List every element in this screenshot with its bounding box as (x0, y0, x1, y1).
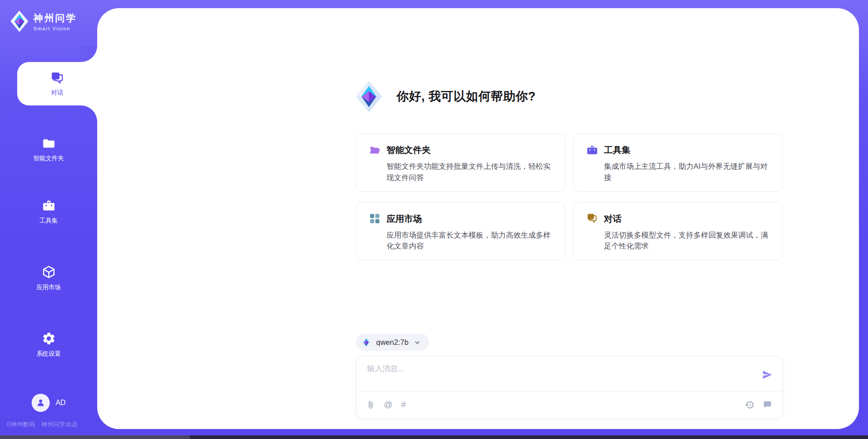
sidebar-item-settings[interactable]: 系统设置 (0, 331, 97, 358)
folder-icon (42, 137, 56, 150)
brand-header: 神州问学 Smart Vision (10, 10, 77, 33)
chat-icon (50, 71, 65, 86)
message-input[interactable] (367, 363, 742, 387)
message-composer: @ # (356, 356, 783, 419)
cube-icon (42, 265, 56, 279)
at-icon[interactable]: @ (384, 400, 392, 410)
main-panel: 你好, 我可以如何帮助你? 智能文件夹 智能文件夹功能支持批量文件上传与清洗，轻… (97, 8, 859, 429)
model-selector[interactable]: qwen2:7b (356, 334, 429, 351)
card-description: 智能文件夹功能支持批量文件上传与清洗，轻松实现文件问答 (387, 161, 554, 183)
card-head: 对话 (586, 213, 771, 225)
composer-toolbar: @ # (356, 391, 782, 419)
chevron-down-icon (414, 339, 421, 346)
history-icon (745, 400, 754, 410)
card-description: 集成市场上主流工具，助力AI与外界无缝扩展与对接 (604, 161, 771, 183)
sidebar-item-app-market[interactable]: 应用市场 (0, 265, 97, 291)
model-name: qwen2:7b (376, 338, 409, 347)
paperclip-icon (366, 400, 375, 409)
sidebar-item-smart-folder[interactable]: 智能文件夹 (0, 137, 97, 162)
user-avatar-icon (36, 398, 46, 408)
user-name: AD (56, 399, 66, 407)
toolbox-icon (586, 144, 598, 156)
sidebar-item-chat[interactable]: 对话 (17, 62, 97, 105)
card-head: 应用市场 (369, 213, 554, 225)
brand-subtitle: Smart Vision (33, 26, 77, 31)
toolbox-icon (42, 199, 56, 213)
brand-text: 神州问学 Smart Vision (33, 12, 77, 31)
history-button[interactable] (745, 400, 754, 410)
brand-diamond-icon (10, 10, 29, 33)
chat-icon (586, 213, 598, 224)
feature-cards: 智能文件夹 智能文件夹功能支持批量文件上传与清洗，轻松实现文件问答 工具集 集成… (356, 134, 783, 260)
attach-file-button[interactable] (366, 400, 375, 409)
send-button[interactable] (760, 368, 774, 382)
card-app-market[interactable]: 应用市场 应用市场提供丰富长文本模板，助力高效生成多样化文章内容 (356, 202, 565, 261)
sidebar-item-label: 智能文件夹 (33, 154, 64, 162)
model-diamond-icon (361, 336, 371, 348)
card-toolset[interactable]: 工具集 集成市场上主流工具，助力AI与外界无缝扩展与对接 (573, 134, 783, 192)
card-title: 对话 (604, 213, 622, 225)
greeting-title: 你好, 我可以如何帮助你? (396, 88, 536, 105)
message-icon (763, 400, 772, 410)
conversation-button[interactable] (763, 400, 772, 410)
copyright-footer: ©神州数码 · 神州问学出品 (6, 420, 97, 429)
greeting-block: 你好, 我可以如何帮助你? (355, 80, 536, 113)
card-head: 工具集 (586, 144, 771, 156)
bottom-scrollbar[interactable] (0, 435, 868, 439)
folder-open-icon (369, 144, 381, 156)
card-description: 灵活切换多模型文件，支持多样回复效果调试，满足个性化需求 (604, 229, 771, 252)
assistant-diamond-icon (355, 80, 383, 113)
sidebar-item-label: 工具集 (39, 217, 58, 225)
card-head: 智能文件夹 (369, 144, 554, 156)
send-icon (761, 369, 773, 381)
sidebar-item-label: 对话 (51, 89, 63, 97)
card-description: 应用市场提供丰富长文本模板，助力高效生成多样化文章内容 (387, 229, 554, 252)
hash-icon[interactable]: # (401, 400, 406, 410)
card-smart-folder[interactable]: 智能文件夹 智能文件夹功能支持批量文件上传与清洗，轻松实现文件问答 (356, 134, 565, 192)
card-title: 智能文件夹 (387, 144, 431, 156)
card-title: 应用市场 (387, 213, 422, 225)
avatar (32, 394, 50, 412)
sidebar-item-label: 应用市场 (37, 283, 61, 291)
brand-title: 神州问学 (33, 12, 77, 24)
card-title: 工具集 (604, 144, 631, 156)
sidebar-item-toolset[interactable]: 工具集 (0, 199, 97, 225)
sidebar-item-label: 系统设置 (37, 350, 61, 358)
user-account[interactable]: AD (0, 394, 97, 412)
grid-icon (369, 213, 381, 224)
gear-icon (42, 331, 56, 346)
card-chat[interactable]: 对话 灵活切换多模型文件，支持多样回复效果调试，满足个性化需求 (573, 202, 783, 261)
